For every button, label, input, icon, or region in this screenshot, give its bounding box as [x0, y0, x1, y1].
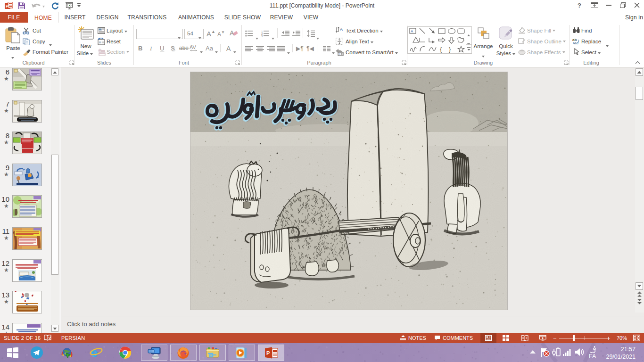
svg-text:ac: ac	[574, 41, 578, 45]
svg-text:FA: FA	[589, 353, 596, 359]
svg-text:}: }	[449, 46, 451, 53]
svg-text:{: {	[440, 46, 442, 53]
svg-text:A: A	[411, 29, 413, 33]
svg-text:P: P	[266, 350, 270, 356]
